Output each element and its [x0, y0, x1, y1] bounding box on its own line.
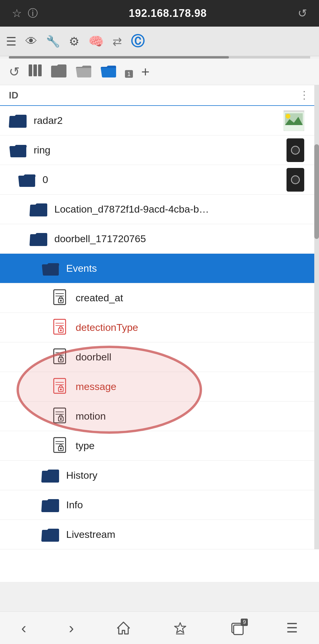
bookmark-icon[interactable]: ☆	[12, 7, 22, 20]
column-header: ID ⋮	[0, 85, 319, 106]
table-row[interactable]: ring	[0, 135, 319, 165]
table-row[interactable]: doorbell	[0, 342, 319, 372]
device-thumbnail	[287, 138, 304, 162]
settings-icon[interactable]: ⚙	[69, 35, 79, 48]
add-icon[interactable]: +	[141, 64, 149, 80]
folder-label: radar2	[34, 115, 63, 126]
file-lock-icon	[53, 437, 69, 455]
svg-rect-0	[29, 64, 32, 76]
file-toolbar: ↺ 1 +	[0, 59, 319, 85]
svg-point-13	[60, 300, 62, 302]
svg-rect-1	[33, 64, 37, 76]
svg-point-18	[60, 329, 62, 331]
table-row[interactable]: created_at	[0, 283, 319, 313]
folder-label: Events	[66, 263, 97, 274]
folder-label: doorbell_171720765	[54, 233, 146, 245]
table-row[interactable]: type	[0, 431, 319, 461]
svg-rect-44	[234, 625, 243, 635]
file-label: type	[76, 440, 95, 452]
svg-marker-40	[118, 622, 129, 634]
home-button[interactable]	[116, 621, 131, 635]
folder-open-icon	[9, 143, 27, 157]
folder-icon	[9, 114, 27, 128]
file-label: motion	[76, 410, 106, 422]
tabs-count-badge: 9	[241, 619, 248, 626]
svg-point-8	[286, 114, 290, 119]
file-lock-icon	[53, 407, 69, 425]
table-row[interactable]: message	[0, 372, 319, 402]
spacer	[0, 549, 319, 582]
folder-open-selected-icon	[41, 261, 59, 276]
brand-icon: Ⓒ	[131, 32, 144, 51]
table-row[interactable]: Livestream	[0, 520, 319, 549]
table-row[interactable]: Events	[0, 254, 319, 283]
scrollbar-thumb[interactable]	[314, 144, 319, 239]
folder-open-blue-icon[interactable]	[100, 63, 117, 80]
table-row[interactable]: History	[0, 461, 319, 490]
thumbnail	[284, 110, 304, 131]
table-row[interactable]: motion	[0, 402, 319, 431]
file-lock-icon	[53, 289, 69, 307]
svg-marker-41	[175, 623, 186, 633]
folder-label: Livestream	[66, 529, 115, 540]
ai-icon[interactable]: 🧠	[88, 34, 104, 48]
columns-view-icon[interactable]	[28, 64, 42, 80]
svg-point-33	[60, 418, 62, 420]
status-bar: ☆ ⓘ 192.168.178.98 ↺	[0, 0, 319, 27]
browser-toolbar: ☰ 👁 🔧 ⚙ 🧠 ⇄ Ⓒ	[0, 27, 319, 56]
svg-point-28	[60, 389, 62, 390]
folder-icon	[41, 528, 59, 542]
file-label: message	[76, 381, 116, 392]
file-label: detectionType	[76, 322, 138, 333]
folder-icon	[30, 202, 47, 216]
table-row[interactable]: radar2	[0, 106, 319, 135]
folder-label: 0	[43, 174, 48, 185]
folder-label: Info	[66, 499, 83, 511]
badge-number: 1	[125, 70, 133, 78]
file-label: doorbell	[76, 351, 111, 363]
file-list-area: ID ⋮ radar2 ring	[0, 85, 319, 549]
hamburger-menu-icon[interactable]: ☰	[6, 35, 17, 48]
scrollbar[interactable]	[314, 85, 319, 549]
info-icon[interactable]: ⓘ	[28, 7, 38, 20]
wrench-icon[interactable]: 🔧	[46, 35, 60, 48]
folder-label: Location_d7872f1d-9acd-4cba-b…	[54, 203, 209, 215]
folder-label: History	[66, 470, 97, 481]
svg-point-23	[60, 359, 62, 361]
file-label: created_at	[76, 292, 123, 304]
folder-icon	[30, 232, 47, 246]
folder-icon	[41, 468, 59, 483]
folder-open-gray-icon[interactable]	[75, 63, 92, 80]
svg-rect-4	[284, 110, 304, 112]
file-lock-icon	[53, 348, 69, 366]
sync-disabled-icon[interactable]: ⇄	[113, 35, 122, 48]
column-options-icon[interactable]: ⋮	[299, 89, 310, 101]
forward-button[interactable]: ›	[69, 619, 74, 637]
table-row[interactable]: 0	[0, 165, 319, 195]
device-thumbnail	[287, 168, 304, 192]
toolbar-scroll-bar	[9, 56, 310, 59]
svg-rect-2	[38, 64, 42, 76]
bookmarks-button[interactable]	[173, 621, 187, 635]
back-button[interactable]: ‹	[21, 619, 26, 637]
folder-open-icon	[18, 173, 35, 187]
bottom-navigation: ‹ › 9 ☰	[0, 611, 319, 644]
badge-icon[interactable]: 1	[125, 65, 133, 79]
table-row[interactable]: doorbell_171720765	[0, 224, 319, 254]
tabs-button[interactable]: 9	[230, 621, 244, 635]
table-row[interactable]: Info	[0, 490, 319, 520]
folder-label: ring	[34, 144, 51, 156]
menu-button[interactable]: ☰	[286, 620, 298, 635]
id-column-header: ID	[9, 90, 18, 101]
table-row[interactable]: detectionType	[0, 313, 319, 342]
folder-closed-icon[interactable]	[51, 63, 67, 80]
address-bar[interactable]: 192.168.178.98	[129, 7, 207, 20]
file-lock-icon	[53, 378, 69, 396]
folder-icon	[41, 498, 59, 512]
svg-point-38	[60, 448, 62, 449]
eye-icon[interactable]: 👁	[25, 35, 37, 48]
file-lock-icon	[53, 319, 69, 336]
reload-icon[interactable]: ↺	[298, 7, 307, 20]
refresh-icon[interactable]: ↺	[9, 64, 20, 79]
table-row[interactable]: Location_d7872f1d-9acd-4cba-b…	[0, 195, 319, 224]
